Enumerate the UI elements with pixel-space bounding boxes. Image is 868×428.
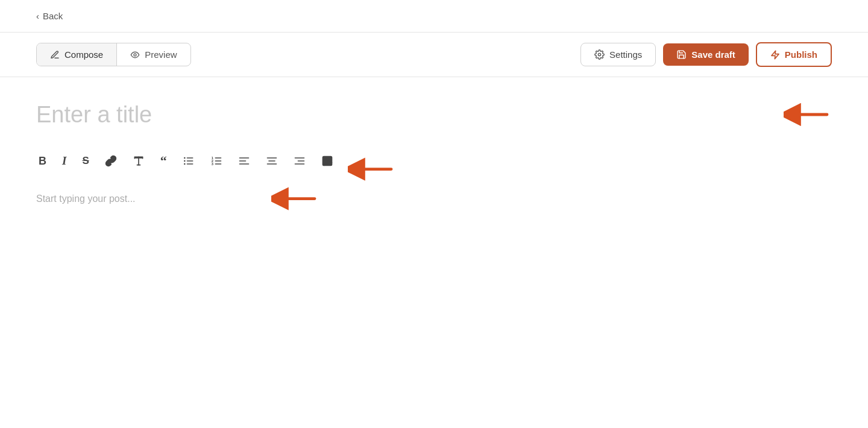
content-input[interactable] xyxy=(36,194,265,204)
formatting-row: B I S xyxy=(36,152,832,187)
image-button[interactable] xyxy=(319,154,336,168)
save-draft-label: Save draft xyxy=(691,49,735,60)
title-row xyxy=(36,101,832,128)
toolbar-arrow-annotation xyxy=(348,157,396,181)
content-arrow-annotation xyxy=(271,187,319,211)
link-icon xyxy=(105,155,117,167)
preview-icon xyxy=(130,50,140,60)
save-draft-icon xyxy=(676,49,687,60)
title-input[interactable] xyxy=(36,102,766,128)
bullet-list-button[interactable] xyxy=(180,154,197,168)
numbered-list-icon: 1 2 3 xyxy=(210,155,222,167)
text-size-button[interactable] xyxy=(130,154,147,168)
publish-label: Publish xyxy=(785,49,817,60)
bold-button[interactable]: B xyxy=(36,154,49,169)
svg-point-29 xyxy=(325,159,327,160)
preview-tab[interactable]: Preview xyxy=(117,43,190,66)
settings-button[interactable]: Settings xyxy=(580,43,656,66)
formatting-toolbar: B I S xyxy=(36,152,336,170)
back-chevron-icon: ‹ xyxy=(36,11,39,21)
content-row xyxy=(36,187,832,211)
italic-button[interactable]: I xyxy=(60,153,69,169)
compose-preview-tabs: Compose Preview xyxy=(36,43,191,66)
align-center-button[interactable] xyxy=(263,154,280,168)
compose-icon xyxy=(50,50,60,60)
italic-icon: I xyxy=(62,154,66,168)
save-draft-button[interactable]: Save draft xyxy=(663,43,749,66)
align-center-icon xyxy=(266,155,278,167)
publish-icon xyxy=(770,50,780,60)
align-right-button[interactable] xyxy=(291,154,308,168)
numbered-list-button[interactable]: 1 2 3 xyxy=(208,154,225,168)
align-right-icon xyxy=(294,155,306,167)
svg-text:3: 3 xyxy=(211,162,213,166)
strikethrough-button[interactable]: S xyxy=(80,154,91,168)
image-icon xyxy=(321,155,333,167)
editor-area: B I S xyxy=(0,101,868,211)
main-toolbar: Compose Preview Settings Save draft xyxy=(0,32,868,77)
title-arrow-annotation xyxy=(784,101,832,128)
back-nav[interactable]: ‹ Back xyxy=(0,0,868,32)
svg-point-0 xyxy=(134,54,136,56)
compose-tab[interactable]: Compose xyxy=(37,43,117,66)
compose-tab-label: Compose xyxy=(64,49,103,60)
svg-point-1 xyxy=(598,53,600,55)
bullet-list-icon xyxy=(183,155,195,167)
align-left-icon xyxy=(238,155,250,167)
bold-icon: B xyxy=(39,155,46,168)
settings-label: Settings xyxy=(609,49,642,60)
preview-tab-label: Preview xyxy=(145,49,177,60)
back-label: Back xyxy=(43,11,63,21)
settings-icon xyxy=(594,49,605,60)
svg-point-11 xyxy=(184,160,186,162)
svg-marker-2 xyxy=(772,51,779,58)
publish-button[interactable]: Publish xyxy=(756,42,832,67)
svg-point-10 xyxy=(184,157,186,159)
text-size-icon xyxy=(133,155,145,167)
blockquote-icon: “ xyxy=(160,153,167,169)
action-buttons: Settings Save draft Publish xyxy=(580,42,832,67)
strikethrough-icon: S xyxy=(82,155,89,167)
align-left-button[interactable] xyxy=(236,154,253,168)
blockquote-button[interactable]: “ xyxy=(158,152,169,170)
link-button[interactable] xyxy=(102,154,119,168)
svg-point-12 xyxy=(184,163,186,165)
